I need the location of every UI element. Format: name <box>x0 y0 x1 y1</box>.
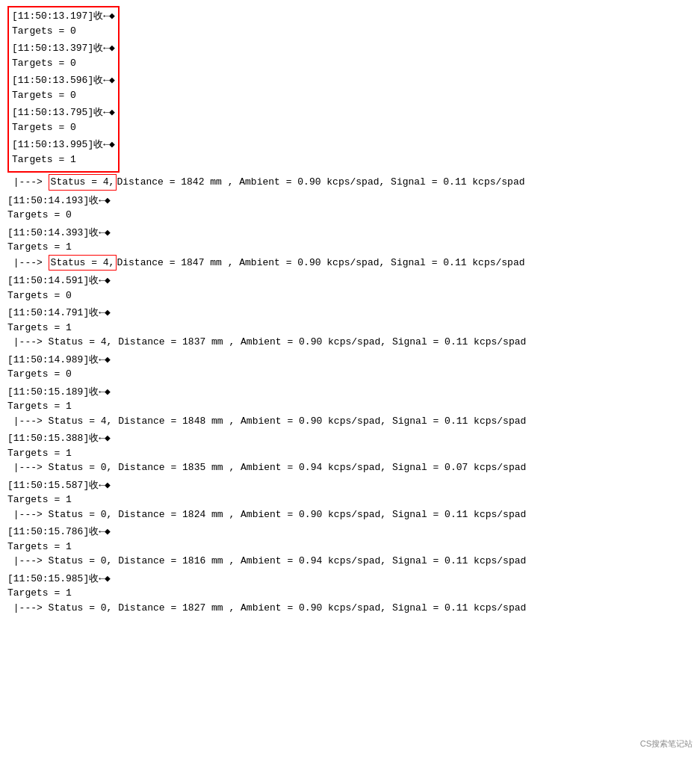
targets-11: Targets = 1 <box>7 446 693 461</box>
timestamp-line-14: [11:50:15.985]收←◆ <box>7 572 693 587</box>
timestamp-8: [11:50:14.791] <box>7 306 89 321</box>
timestamp-9: [11:50:14.989] <box>7 353 89 368</box>
targets-1: Targets = 0 <box>12 56 115 71</box>
log-entry-4: [11:50:13.995]收←◆ Targets = 1 <box>12 138 115 167</box>
timestamp-7: [11:50:14.591] <box>7 274 89 288</box>
suffix-9: 收←◆ <box>89 353 111 368</box>
targets-3: Targets = 0 <box>12 120 115 135</box>
timestamp-line-9: [11:50:14.989]收←◆ <box>7 353 693 368</box>
detail-line-8: |---> Status = 4, Distance = 1837 mm , A… <box>7 335 693 350</box>
detail-line-4: |---> Status = 4, Distance = 1842 mm , A… <box>7 174 693 191</box>
detail-rest-4: Distance = 1842 mm , Ambient = 0.90 kcps… <box>117 175 524 190</box>
timestamp-1: [11:50:13.397] <box>12 41 93 56</box>
suffix-13: 收←◆ <box>89 525 111 540</box>
suffix-7: 收←◆ <box>89 274 111 288</box>
detail-prefix-8: |---> <box>7 335 49 350</box>
timestamp-12: [11:50:15.587] <box>7 478 89 493</box>
suffix-2: 收←◆ <box>93 73 115 88</box>
log-entry-5: [11:50:14.193]收←◆ Targets = 0 <box>7 194 693 223</box>
status-value-6: Status = 4, <box>49 255 117 271</box>
suffix-6: 收←◆ <box>89 226 111 241</box>
status-value-13: Status = 0, Distance = 1816 mm , Ambient… <box>49 554 527 569</box>
detail-line-11: |---> Status = 0, Distance = 1835 mm , A… <box>7 460 693 475</box>
status-value-14: Status = 0, Distance = 1827 mm , Ambient… <box>49 601 527 616</box>
log-entry-2: [11:50:13.596]收←◆ Targets = 0 <box>12 73 115 102</box>
timestamp-5: [11:50:14.193] <box>7 194 89 208</box>
status-value-8: Status = 4, Distance = 1837 mm , Ambient… <box>49 335 527 350</box>
log-entry-1: [11:50:13.397]收←◆ Targets = 0 <box>12 41 115 70</box>
detail-prefix-14: |---> <box>7 601 49 616</box>
detail-prefix-13: |---> <box>7 554 49 569</box>
suffix-8: 收←◆ <box>89 306 111 321</box>
timestamp-line-10: [11:50:15.189]收←◆ <box>7 385 693 400</box>
timestamp-line-7: [11:50:14.591]收←◆ <box>7 274 693 288</box>
timestamp-line-6: [11:50:14.393]收←◆ <box>7 226 693 241</box>
targets-0: Targets = 0 <box>12 24 115 39</box>
targets-7: Targets = 0 <box>7 288 693 303</box>
detail-line-13: |---> Status = 0, Distance = 1816 mm , A… <box>7 554 693 569</box>
detail-line-6: |---> Status = 4, Distance = 1847 mm , A… <box>7 255 693 271</box>
log-container: [11:50:13.197]收←◆ Targets = 0 [11:50:13.… <box>7 6 693 615</box>
targets-9: Targets = 0 <box>7 367 693 382</box>
suffix-1: 收←◆ <box>93 41 115 56</box>
detail-line-12: |---> Status = 0, Distance = 1824 mm , A… <box>7 507 693 522</box>
timestamp-line-5: [11:50:14.193]收←◆ <box>7 194 693 208</box>
log-entry-7: [11:50:14.591]收←◆ Targets = 0 <box>7 274 693 303</box>
suffix-4: 收←◆ <box>93 138 115 152</box>
timestamp-10: [11:50:15.189] <box>7 385 89 400</box>
status-value-10: Status = 4, Distance = 1848 mm , Ambient… <box>49 414 527 429</box>
timestamp-4: [11:50:13.995] <box>12 138 93 152</box>
log-entry-13: [11:50:15.786]收←◆ Targets = 1 |---> Stat… <box>7 525 693 569</box>
suffix-3: 收←◆ <box>93 105 115 120</box>
detail-line-14: |---> Status = 0, Distance = 1827 mm , A… <box>7 601 693 616</box>
timestamp-2: [11:50:13.596] <box>12 73 93 88</box>
detail-line-10: |---> Status = 4, Distance = 1848 mm , A… <box>7 414 693 429</box>
timestamp-6: [11:50:14.393] <box>7 226 89 241</box>
timestamp-0: [11:50:13.197] <box>12 9 93 24</box>
log-entry-6: [11:50:14.393]收←◆ Targets = 1 |---> Stat… <box>7 226 693 271</box>
timestamp-line-3: [11:50:13.795]收←◆ <box>12 105 115 120</box>
targets-4: Targets = 1 <box>12 152 115 167</box>
log-entry-8: [11:50:14.791]收←◆ Targets = 1 |---> Stat… <box>7 306 693 350</box>
detail-prefix-12: |---> <box>7 507 49 522</box>
timestamp-line-1: [11:50:13.397]收←◆ <box>12 41 115 56</box>
timestamp-line-11: [11:50:15.388]收←◆ <box>7 431 693 446</box>
log-entry-0: [11:50:13.197]收←◆ Targets = 0 <box>12 9 115 38</box>
log-entry-3: [11:50:13.795]收←◆ Targets = 0 <box>12 105 115 135</box>
status-value-4: Status = 4, <box>49 174 117 191</box>
timestamp-line-8: [11:50:14.791]收←◆ <box>7 306 693 321</box>
suffix-12: 收←◆ <box>89 478 111 493</box>
targets-8: Targets = 1 <box>7 321 693 336</box>
targets-13: Targets = 1 <box>7 540 693 554</box>
timestamp-line-4: [11:50:13.995]收←◆ <box>12 138 115 152</box>
detail-prefix-6: |---> <box>7 256 49 271</box>
log-entry-9: [11:50:14.989]收←◆ Targets = 0 <box>7 353 693 382</box>
log-entry-12: [11:50:15.587]收←◆ Targets = 1 |---> Stat… <box>7 478 693 522</box>
bordered-group: [11:50:13.197]收←◆ Targets = 0 [11:50:13.… <box>7 6 120 173</box>
timestamp-13: [11:50:15.786] <box>7 525 89 540</box>
suffix-11: 收←◆ <box>89 431 111 446</box>
targets-2: Targets = 0 <box>12 88 115 103</box>
suffix-14: 收←◆ <box>89 572 111 587</box>
detail-prefix-10: |---> <box>7 414 49 429</box>
targets-5: Targets = 0 <box>7 208 693 223</box>
timestamp-line-2: [11:50:13.596]收←◆ <box>12 73 115 88</box>
timestamp-line-12: [11:50:15.587]收←◆ <box>7 478 693 493</box>
detail-prefix-11: |---> <box>7 460 49 475</box>
timestamp-11: [11:50:15.388] <box>7 431 89 446</box>
status-value-11: Status = 0, Distance = 1835 mm , Ambient… <box>49 460 527 475</box>
watermark: CS搜索笔记站 <box>640 738 693 750</box>
targets-14: Targets = 1 <box>7 586 693 601</box>
suffix-5: 收←◆ <box>89 194 111 208</box>
log-entry-10: [11:50:15.189]收←◆ Targets = 1 |---> Stat… <box>7 385 693 429</box>
suffix-10: 收←◆ <box>89 385 111 400</box>
timestamp-14: [11:50:15.985] <box>7 572 89 587</box>
timestamp-line-13: [11:50:15.786]收←◆ <box>7 525 693 540</box>
targets-10: Targets = 1 <box>7 399 693 414</box>
log-entry-14: [11:50:15.985]收←◆ Targets = 1 |---> Stat… <box>7 572 693 616</box>
timestamp-3: [11:50:13.795] <box>12 105 93 120</box>
suffix-0: 收←◆ <box>93 9 115 24</box>
detail-prefix-4: |---> <box>7 175 49 190</box>
timestamp-line-0: [11:50:13.197]收←◆ <box>12 9 115 24</box>
targets-6: Targets = 1 <box>7 240 693 255</box>
